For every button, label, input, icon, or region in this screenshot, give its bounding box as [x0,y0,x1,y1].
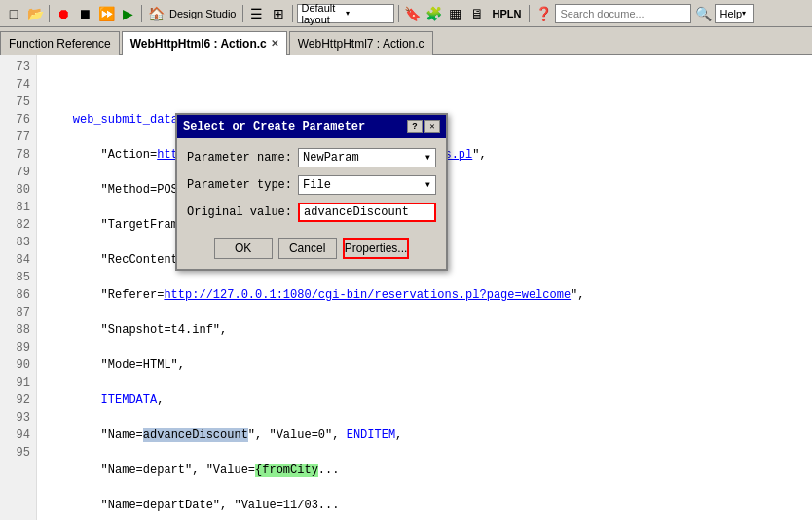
param-type-select[interactable]: File ▾ [298,175,436,195]
bookmark-icon[interactable]: 🔖 [403,4,423,23]
grid2-icon[interactable]: ▦ [446,4,465,23]
hpln-label: HPLN [493,8,522,19]
stop-icon[interactable]: ⏹ [75,4,94,23]
param-type-value: File [303,176,331,194]
main-area: 7374757677 7879808182 8384858687 8889909… [0,55,812,520]
tab-label: Function Reference [9,37,111,51]
design-studio-label: Design Studio [169,8,237,19]
dialog-title-bar: Select or Create Parameter ? ✕ [177,115,446,138]
param-type-label: Parameter type: [187,176,292,194]
layout-arrow: ▾ [346,9,389,18]
param-name-arrow: ▾ [424,149,431,167]
search-box[interactable] [555,4,691,23]
help-arrow: ▾ [742,9,749,18]
tab-bar: Function Reference WebHttpHtml6 : Action… [0,27,812,55]
original-value-label: Original value: [187,204,292,221]
sep1 [49,5,50,22]
dialog-overlay: Select or Create Parameter ? ✕ Parameter… [0,55,812,520]
screen-icon[interactable]: 🖥 [467,4,487,23]
run-icon[interactable]: ▶ [118,4,137,23]
help-circle-icon[interactable]: ❓ [534,4,553,23]
param-type-arrow: ▾ [424,176,431,194]
tab-label: WebHttpHtml6 : Action.c [130,37,267,51]
layout-label: Default layout [302,2,346,25]
layout-dropdown[interactable]: Default layout ▾ [297,4,394,23]
step-icon[interactable]: ⏩ [96,4,116,23]
dialog-buttons: OK Cancel Properties... [177,232,446,269]
sep5 [398,5,399,22]
search-input[interactable] [560,8,686,19]
grid-icon[interactable]: ⊞ [269,4,288,23]
tab-webhttphtml6[interactable]: WebHttpHtml6 : Action.c ✕ [122,31,287,55]
select-create-param-dialog: Select or Create Parameter ? ✕ Parameter… [175,113,448,271]
dialog-help-btn[interactable]: ? [407,120,423,133]
sep3 [242,5,243,22]
dialog-body: Parameter name: NewParam ▾ Parameter typ… [177,138,446,232]
properties-button[interactable]: Properties... [343,238,410,259]
new-icon[interactable]: □ [4,4,23,23]
list-icon[interactable]: ☰ [247,4,267,23]
param-name-row: Parameter name: NewParam ▾ [187,148,436,167]
search-icon[interactable]: 🔍 [693,4,713,23]
original-value-row: Original value: advanceDiscount [187,203,436,222]
cancel-button[interactable]: Cancel [278,238,337,259]
dialog-title: Select or Create Parameter [183,118,365,135]
param-name-value: NewParam [303,149,359,167]
sep2 [141,5,142,22]
dialog-close-btn[interactable]: ✕ [424,120,440,133]
original-value-input[interactable]: advanceDiscount [298,203,436,222]
tab-webhttphtml7[interactable]: WebHttpHtml7 : Action.c [289,31,433,55]
main-toolbar: □ 📂 ⏺ ⏹ ⏩ ▶ 🏠 Design Studio ☰ ⊞ Default … [0,0,812,27]
sep4 [292,5,293,22]
param-name-select[interactable]: NewParam ▾ [298,148,436,167]
puzzle-icon[interactable]: 🧩 [424,4,444,23]
dialog-title-icons: ? ✕ [407,120,440,133]
design-studio-icon[interactable]: 🏠 [146,4,166,23]
ok-button[interactable]: OK [214,238,273,259]
help-dropdown[interactable]: Help ▾ [715,4,754,23]
sep6 [529,5,530,22]
tab-label: WebHttpHtml7 : Action.c [298,37,424,51]
help-label: Help [720,8,742,19]
content-area: 7374757677 7879808182 8384858687 8889909… [0,55,812,520]
close-tab-icon[interactable]: ✕ [271,38,278,49]
record-icon[interactable]: ⏺ [54,4,73,23]
tab-function-reference[interactable]: Function Reference [0,31,120,55]
open-icon[interactable]: 📂 [25,4,45,23]
code-editor[interactable]: 7374757677 7879808182 8384858687 8889909… [0,55,812,520]
original-value-value: advanceDiscount [304,204,409,221]
param-name-label: Parameter name: [187,149,292,167]
param-type-row: Parameter type: File ▾ [187,175,436,195]
